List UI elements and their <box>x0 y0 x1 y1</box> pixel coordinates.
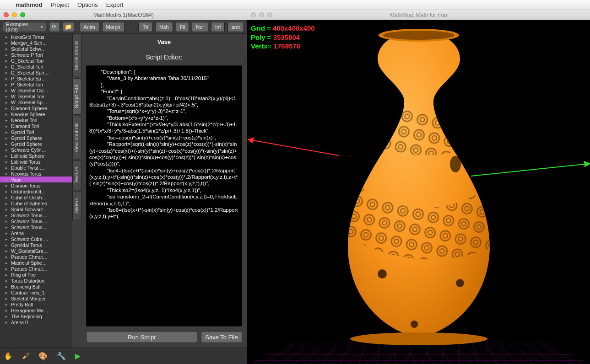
tree-item[interactable]: HexaGrid Torus <box>0 34 72 40</box>
wrench-tool-icon[interactable]: 🔧 <box>57 352 66 360</box>
tree-item[interactable]: W_Skeletal Tori <box>0 93 72 99</box>
vtab-sliders[interactable]: Sliders <box>72 191 81 220</box>
tree-item[interactable]: Schwarz Torus… <box>0 224 72 230</box>
nor-button[interactable]: Nor <box>192 22 208 32</box>
tree-item[interactable]: Gyroidal Torus <box>0 242 72 248</box>
stat-poly-label: Poly = <box>251 33 271 41</box>
minimize-icon[interactable] <box>12 12 17 17</box>
right-window-titlebar[interactable]: MathMod: Math for Fun <box>247 10 590 20</box>
menu-export[interactable]: Export <box>106 1 124 8</box>
script-textarea[interactable]: "Description": [ "Vase_3 by Abderrahman … <box>86 65 242 327</box>
refresh-button[interactable]: ⟳ <box>49 22 60 32</box>
tree-item[interactable]: Arena <box>0 230 72 236</box>
minimize-icon[interactable] <box>259 12 264 17</box>
tree-item[interactable]: W_SkeletalGra… <box>0 248 72 254</box>
render-stats: Grid = 400x400x400 Poly = 3535004 Vertx=… <box>251 24 315 51</box>
close-icon[interactable] <box>251 12 256 17</box>
tree-item[interactable]: The Beginning <box>0 313 72 319</box>
tree-item[interactable]: Diamon Torus <box>0 182 72 188</box>
viewport-3d[interactable]: Grid = 400x400x400 Poly = 3535004 Vertx=… <box>247 20 590 364</box>
render-scene <box>247 20 590 364</box>
tree-item[interactable]: Diamond Sphere <box>0 105 72 111</box>
svg-point-3 <box>383 31 455 40</box>
tree-item[interactable]: Schwarz Torus… <box>0 218 72 224</box>
vertical-tabs: Model detailsScript EditView controlsTex… <box>72 34 81 348</box>
play-icon[interactable]: ▶ <box>75 352 81 360</box>
folder-icon: 📁 <box>65 23 72 30</box>
tree-item[interactable]: Neovius Sphere <box>0 111 72 117</box>
tree-item[interactable]: Skeletal Menger <box>0 295 72 301</box>
run-script-button[interactable]: Run Script <box>86 331 197 343</box>
tree-item[interactable]: P_Skeletal Sp… <box>0 75 72 81</box>
tree-item[interactable]: Gyroid Tori <box>0 129 72 135</box>
tree-item[interactable]: Schwarz Cylin… <box>0 147 72 153</box>
maximize-icon[interactable] <box>267 12 272 17</box>
tree-item[interactable]: Vase <box>0 177 72 182</box>
tree-item[interactable]: W_Skeletal Cyl… <box>0 87 72 93</box>
hand-tool-icon[interactable]: ✋ <box>4 352 13 360</box>
msh-button[interactable]: Msh <box>155 22 173 32</box>
anim-button[interactable]: Anim <box>80 22 99 32</box>
tree-item[interactable]: Skeletal Schw… <box>0 46 72 52</box>
bottom-toolbar: ✋ 🖌 🎨 🔧 ▶ <box>0 348 247 364</box>
save-to-file-button[interactable]: Save To File <box>201 331 242 343</box>
tree-item[interactable]: Double Twist … <box>0 165 72 171</box>
right-window-title: MathMod: Math for Fun <box>390 12 447 18</box>
tri-button[interactable]: Tri <box>138 22 152 32</box>
tree-item[interactable]: P_Skeletal Tori <box>0 81 72 87</box>
tree-item[interactable]: Hexagrams Me… <box>0 307 72 313</box>
tree-item[interactable]: Lidinoid Sphere <box>0 153 72 159</box>
tree-item[interactable]: Neovius Torus <box>0 171 72 177</box>
script-editor-label: Script Editor: <box>86 52 242 63</box>
tree-item[interactable]: Schwarz P Tori <box>0 52 72 58</box>
close-icon[interactable] <box>4 12 9 17</box>
tree-item[interactable]: W_Skeletal Sp… <box>0 99 72 105</box>
morph-button[interactable]: Morph <box>102 22 124 32</box>
left-window-titlebar[interactable]: MathMod-5.1(MacOS64) <box>0 10 247 20</box>
tree-item[interactable]: Pseudo Chmut… <box>0 254 72 260</box>
menu-project[interactable]: Project <box>51 1 69 8</box>
color-tool-icon[interactable]: 🎨 <box>38 352 48 360</box>
tree-item[interactable]: Cube of Octah… <box>0 194 72 200</box>
smt-button[interactable]: smt <box>227 22 244 32</box>
tree-item[interactable]: Pseudo Chmut… <box>0 266 72 272</box>
inf-button[interactable]: Inf <box>211 22 225 32</box>
tree-item[interactable]: Diamond Tori <box>0 123 72 129</box>
tree-item[interactable]: Schwarz Torus… <box>0 212 72 218</box>
examples-tree[interactable]: HexaGrid TorusMenger_4 Sch…Skeletal Schw… <box>0 34 72 348</box>
tree-item[interactable]: Torus Distortion <box>0 278 72 284</box>
tree-item[interactable]: D_Skeletal Tori <box>0 64 72 70</box>
tree-item[interactable]: Pretty Ball <box>0 301 72 307</box>
tree-item[interactable]: Menger_4 Sch… <box>0 40 72 46</box>
tree-item[interactable]: Contour lines_1 <box>0 289 72 295</box>
tree-item[interactable]: Lidinoid Torus <box>0 159 72 165</box>
vtab-model-details[interactable]: Model details <box>72 34 81 77</box>
tree-item[interactable]: Cube of Spheres <box>0 200 72 206</box>
svg-point-10 <box>350 332 487 345</box>
stat-vert-label: Vertx= <box>251 42 271 50</box>
tree-item[interactable]: G_Skeletal Tori <box>0 58 72 64</box>
vtab-script-edit[interactable]: Script Edit <box>72 78 81 115</box>
tree-item[interactable]: Arena 0 <box>0 319 72 325</box>
tree-item[interactable]: D_Skeletal Sph… <box>0 70 72 75</box>
tree-item[interactable]: Gyroid Sphere <box>0 141 72 147</box>
maximize-icon[interactable] <box>20 12 25 17</box>
tree-item[interactable]: OctahedronOf… <box>0 188 72 194</box>
vtab-texture[interactable]: Texture <box>72 160 81 190</box>
fil-button[interactable]: Fil <box>176 22 189 32</box>
brush-tool-icon[interactable]: 🖌 <box>22 352 29 360</box>
traffic-lights-left <box>4 12 25 17</box>
window-title-bars: MathMod-5.1(MacOS64) MathMod: Math for F… <box>0 10 590 20</box>
open-folder-button[interactable]: 📁 <box>63 22 74 32</box>
tree-item[interactable]: Gyroid Sphere <box>0 135 72 141</box>
tree-item[interactable]: Neovius Tori <box>0 117 72 123</box>
examples-dropdown[interactable]: Examples (373) ▾ <box>3 22 46 32</box>
tree-item[interactable]: Schwarz Cube … <box>0 236 72 242</box>
menu-options[interactable]: Options <box>77 1 98 8</box>
tree-item[interactable]: Ring of Fire <box>0 272 72 278</box>
vtab-view-controls[interactable]: View controls <box>72 116 81 159</box>
tree-item[interactable]: Bouncing Ball <box>0 284 72 289</box>
tree-item[interactable]: Spiral Schwarz… <box>0 206 72 212</box>
tree-item[interactable]: Matrix of Sphe… <box>0 260 72 266</box>
menu-app-name[interactable]: mathmod <box>16 1 43 8</box>
